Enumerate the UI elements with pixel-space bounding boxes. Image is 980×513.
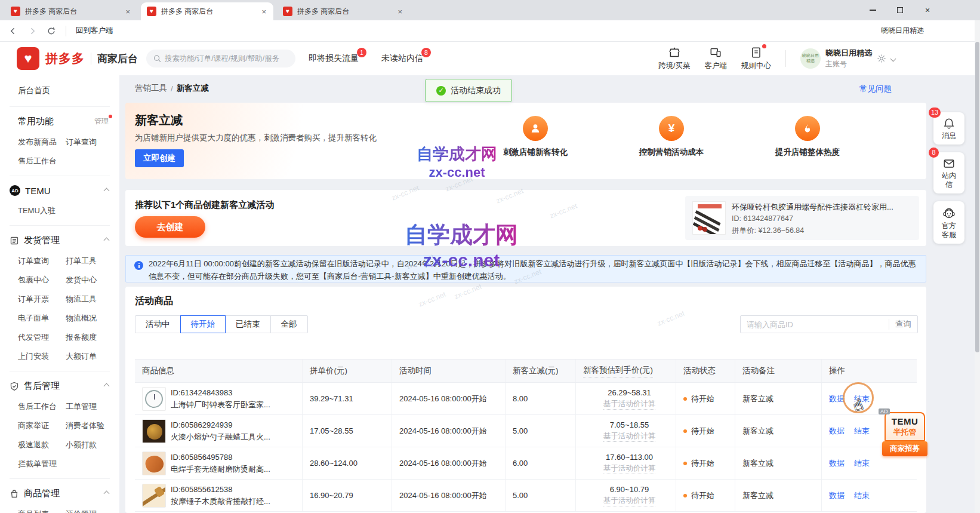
chevron-up-icon[interactable]: [104, 491, 110, 497]
sidebar-section-aftersale[interactable]: 售后管理: [0, 375, 119, 397]
actions-cell: 数据 结束: [821, 480, 917, 511]
maximize-button[interactable]: [886, 0, 914, 20]
data-link[interactable]: 数据: [829, 458, 845, 469]
chevron-up-icon[interactable]: [104, 188, 110, 193]
sidebar-item[interactable]: 报备额度: [66, 328, 113, 347]
browser-tab-2[interactable]: ♥ 拼多多 商家后台 ×: [141, 2, 273, 20]
sidebar-item[interactable]: 极速退款: [18, 435, 66, 454]
estimated-price-note[interactable]: 基于活动价计算: [603, 496, 656, 506]
sidebar-section-shipping[interactable]: 发货管理: [0, 229, 119, 251]
chevron-up-icon[interactable]: [104, 238, 110, 244]
back-icon[interactable]: [8, 26, 18, 36]
sidebar-item[interactable]: 评价管理: [66, 505, 113, 513]
sidebar-item[interactable]: 售后工作台: [18, 397, 66, 416]
account-role: 主账号: [825, 59, 872, 69]
traffic-loss-link[interactable]: 即将损失流量 1: [309, 53, 359, 64]
reload-icon[interactable]: [47, 26, 56, 36]
sidebar-item[interactable]: 大额订单: [66, 347, 113, 366]
product-cell[interactable]: ID:605862924939 火漆小熔炉勺子融蜡工具火...: [135, 415, 302, 447]
messages-badge: 13: [929, 107, 941, 118]
breadcrumb-parent[interactable]: 营销工具: [135, 83, 167, 94]
sidebar-item[interactable]: 上门安装: [18, 347, 66, 366]
sidebar-item[interactable]: 拦截单管理: [18, 454, 66, 474]
product-cell[interactable]: ID:605855612538 按摩锤子木质敲背捶敲打经...: [135, 480, 302, 511]
sidebar-item[interactable]: 消费者体验: [66, 416, 113, 435]
sidebar-item[interactable]: TEMU入驻: [18, 201, 66, 220]
official-service-button[interactable]: 官方客服: [933, 201, 964, 244]
chevron-down-icon[interactable]: [890, 56, 896, 62]
nav-rules[interactable]: 规则中心: [741, 46, 771, 71]
nav-label: 跨境/买菜: [658, 61, 690, 71]
data-link[interactable]: 数据: [829, 490, 845, 501]
tab-active-now[interactable]: 活动中: [135, 315, 181, 333]
account-menu[interactable]: 晓晓日用精选 晓晓日用精选 主账号: [800, 48, 895, 69]
browser-tab-3[interactable]: ♥ 拼多多 商家后台 ×: [277, 2, 409, 20]
est-price-tooltip[interactable]: 新客预估到手价(元): [583, 365, 653, 377]
tab-close-icon[interactable]: ×: [396, 7, 403, 16]
tab-pending[interactable]: 待开始: [180, 315, 226, 333]
sidebar-item[interactable]: 订单查询: [18, 251, 66, 271]
sidebar-item[interactable]: 订单查询: [66, 133, 113, 152]
end-link[interactable]: 结束: [854, 458, 870, 469]
tab-close-icon[interactable]: ×: [124, 7, 131, 16]
tab-close-icon[interactable]: ×: [260, 7, 267, 16]
recommended-product[interactable]: 环保哑铃杆包胶通用螺母配件连接器杠铃家用... ID: 613424877647…: [685, 196, 919, 240]
search-button[interactable]: 查询: [889, 319, 911, 330]
site-mail-button[interactable]: 8 站内信: [933, 152, 964, 193]
sidebar-item[interactable]: 发货中心: [66, 271, 113, 290]
table-row: ID:613424843983 上海钟厂时钟表客厅卧室家... 39.29~71…: [135, 383, 917, 415]
sidebar-item[interactable]: 小额打款: [66, 435, 113, 454]
sidebar-item[interactable]: 电子面单: [18, 309, 66, 328]
sidebar-item[interactable]: 打单工具: [66, 251, 113, 271]
sidebar-item[interactable]: 商品列表: [18, 505, 66, 513]
end-link[interactable]: 结束: [854, 426, 870, 437]
faq-link[interactable]: 常见问题: [859, 84, 892, 94]
product-cell[interactable]: ID:613424843983 上海钟厂时钟表客厅卧室家...: [135, 383, 302, 414]
sidebar-item[interactable]: 订单开票: [18, 290, 66, 309]
product-id-input[interactable]: [747, 320, 889, 329]
forward-icon[interactable]: [27, 26, 37, 36]
tab-all[interactable]: 全部: [270, 315, 308, 333]
brand[interactable]: ♥ 拼多多 商家后台: [0, 47, 138, 70]
nav-client[interactable]: 客户端: [705, 46, 728, 71]
temu-recruit-ad[interactable]: AD TEMU 半托管 商家招募: [885, 412, 925, 456]
gear-icon[interactable]: [877, 54, 886, 63]
product-cell[interactable]: ID:605856495788 电焊手套无缝耐磨防烫耐高...: [135, 447, 302, 479]
sidebar-item-home[interactable]: 后台首页: [0, 79, 119, 103]
sidebar-item[interactable]: 物流概况: [66, 309, 113, 328]
sidebar-item[interactable]: 代发管理: [18, 328, 66, 347]
end-link[interactable]: 结束: [854, 490, 870, 501]
main-content: ✓ 活动结束成功 营销工具 / 新客立减 常见问题 新客立减 为店铺新用户提供更…: [119, 75, 980, 513]
sidebar-item[interactable]: 物流工具: [66, 290, 113, 309]
product-id: ID:613424843983: [171, 387, 270, 399]
manage-link[interactable]: 管理: [94, 116, 109, 127]
create-now-button[interactable]: 立即创建: [135, 149, 184, 167]
product-name: 火漆小熔炉勺子融蜡工具火...: [171, 431, 270, 443]
sidebar-item[interactable]: 工单管理: [66, 397, 113, 416]
sidebar-section-goods[interactable]: 商品管理: [0, 483, 119, 505]
chevron-up-icon[interactable]: [104, 383, 110, 389]
browser-tab-1[interactable]: ♥ 拼多多 商家后台 ×: [5, 2, 137, 20]
close-button[interactable]: ×: [914, 0, 941, 20]
estimated-price-note[interactable]: 基于活动价计算: [603, 463, 656, 474]
sidebar-item[interactable]: 发布新商品: [18, 133, 66, 152]
data-link[interactable]: 数据: [829, 426, 845, 437]
nav-crossborder[interactable]: 跨境/买菜: [658, 46, 690, 71]
estimated-price-note[interactable]: 基于活动价计算: [603, 399, 656, 410]
tab-ended[interactable]: 已结束: [225, 315, 271, 333]
header-search[interactable]: [146, 50, 295, 67]
discount-cell: 6.00: [505, 447, 575, 479]
go-create-button[interactable]: 去创建: [135, 216, 205, 238]
sidebar-item[interactable]: 售后工作台: [18, 152, 66, 171]
header-search-input[interactable]: [165, 54, 288, 63]
sidebar-section-temu[interactable]: AD TEMU: [0, 180, 119, 201]
sidebar-item[interactable]: 包裹中心: [18, 271, 66, 290]
back-to-client-link[interactable]: 回到客户端: [76, 26, 113, 36]
minimize-button[interactable]: [859, 0, 886, 20]
estimated-price: 6.90~10.79: [610, 485, 649, 494]
scrollbar-thumb[interactable]: [975, 42, 979, 352]
sidebar-item[interactable]: 商家举证: [18, 416, 66, 435]
estimated-price-note[interactable]: 基于活动价计算: [603, 431, 656, 442]
unread-mail-link[interactable]: 未读站内信 8: [381, 53, 423, 64]
messages-button[interactable]: 13 消息: [933, 112, 964, 145]
